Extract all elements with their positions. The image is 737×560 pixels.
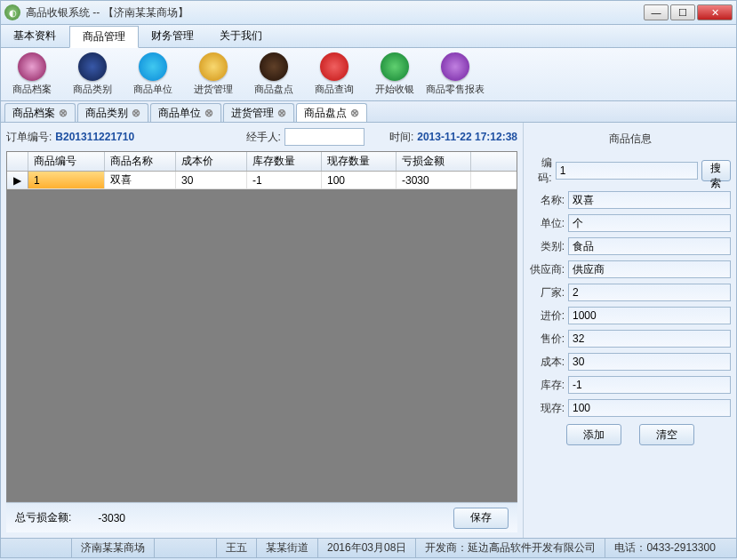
supplier-input[interactable] [568, 260, 731, 278]
table-row[interactable]: ▶ 1 双喜 30 -1 100 -3030 [7, 172, 517, 189]
status-store: 济南某某商场 [72, 539, 155, 557]
order-id-value: B201311221710 [55, 131, 134, 143]
handler-label: 经手人: [246, 130, 281, 145]
tool-retail-report[interactable]: 商品零售报表 [431, 52, 479, 97]
stock-input[interactable] [568, 376, 731, 394]
sale-input[interactable] [568, 330, 731, 348]
unit-input[interactable] [568, 214, 731, 232]
cost-label: 成本: [529, 355, 568, 370]
close-icon[interactable]: ⊗ [59, 107, 68, 119]
order-id-label: 订单编号: [6, 130, 52, 145]
tool-query[interactable]: 商品查询 [310, 52, 358, 97]
status-street: 某某街道 [257, 539, 318, 557]
grid-header: 商品编号 商品名称 成本价 库存数量 现存数量 亏损金额 [7, 152, 517, 172]
sale-label: 售价: [529, 332, 568, 347]
category-label: 类别: [529, 239, 568, 254]
subtab-archive[interactable]: 商品档案⊗ [4, 103, 76, 122]
supplier-label: 供应商: [529, 262, 568, 277]
totals-bar: 总亏损金额: -3030 保存 [6, 502, 517, 532]
subtab-purchase[interactable]: 进货管理⊗ [223, 103, 294, 122]
col-cost[interactable]: 成本价 [176, 152, 247, 171]
maximize-button[interactable]: ☐ [670, 4, 695, 20]
purchase-icon [199, 52, 228, 81]
stock-label: 库存: [529, 378, 568, 393]
cell-name: 双喜 [105, 172, 176, 188]
window-title: 高品收银系统 -- 【济南某某商场】 [26, 5, 644, 20]
category-input[interactable] [568, 237, 731, 255]
query-icon [320, 52, 348, 81]
unit-icon [139, 52, 167, 81]
detail-title: 商品信息 [529, 128, 731, 156]
subtab-unit[interactable]: 商品单位⊗ [150, 103, 221, 122]
archive-icon [18, 52, 46, 81]
detail-pane: 商品信息 编码:搜索 名称: 单位: 类别: 供应商: 厂家: 进价: 售价: … [523, 123, 736, 538]
tool-start-pos[interactable]: 开始收银 [371, 52, 419, 97]
left-pane: 订单编号: B201311221710 经手人: 时间: 2013-11-22 … [1, 123, 523, 538]
col-code[interactable]: 商品编号 [28, 152, 105, 171]
tool-product-category[interactable]: 商品类别 [68, 52, 116, 97]
row-indicator-icon: ▶ [7, 172, 28, 188]
subtabs: 商品档案⊗ 商品类别⊗ 商品单位⊗ 进货管理⊗ 商品盘点⊗ [0, 101, 737, 123]
tool-product-unit[interactable]: 商品单位 [129, 52, 177, 97]
purchase-label: 进价: [529, 308, 568, 324]
status-tel: 电话：0433-2913300 [605, 539, 724, 557]
report-icon [441, 52, 469, 81]
close-icon[interactable]: ⊗ [350, 107, 359, 119]
name-input[interactable] [568, 191, 731, 209]
col-indicator [7, 152, 28, 171]
search-button[interactable]: 搜索 [701, 160, 731, 181]
titlebar: ◐ 高品收银系统 -- 【济南某某商场】 — ☐ ✕ [0, 0, 737, 25]
minimize-button[interactable]: — [644, 4, 669, 20]
menubar: 基本资料 商品管理 财务管理 关于我们 [0, 25, 737, 48]
tool-purchase[interactable]: 进货管理 [189, 52, 237, 97]
menu-product-mgmt[interactable]: 商品管理 [69, 26, 139, 48]
close-icon[interactable]: ⊗ [204, 107, 213, 119]
cell-stock: -1 [247, 172, 322, 188]
col-loss[interactable]: 亏损金额 [397, 152, 471, 171]
name-label: 名称: [529, 193, 568, 208]
app-icon: ◐ [4, 4, 20, 20]
code-label: 编码: [529, 156, 556, 186]
total-loss-value: -3030 [98, 512, 125, 524]
cell-loss: -3030 [397, 172, 471, 188]
handler-input[interactable] [284, 128, 364, 146]
close-button[interactable]: ✕ [697, 4, 733, 20]
subtab-category[interactable]: 商品类别⊗ [77, 103, 148, 122]
time-label: 时间: [389, 130, 413, 145]
pos-icon [381, 52, 409, 81]
total-loss-label: 总亏损金额: [15, 510, 71, 525]
menu-about[interactable]: 关于我们 [207, 25, 276, 47]
purchase-input[interactable] [568, 307, 731, 324]
time-value: 2013-11-22 17:12:38 [417, 131, 517, 143]
cost-input[interactable] [568, 353, 731, 371]
current-label: 现存: [529, 401, 568, 416]
status-dev: 开发商：延边高品软件开发有限公司 [416, 539, 605, 557]
cell-cost: 30 [176, 172, 247, 188]
tool-product-archive[interactable]: 商品档案 [8, 52, 56, 97]
col-stock[interactable]: 库存数量 [247, 152, 322, 171]
toolbar: 商品档案 商品类别 商品单位 进货管理 商品盘点 商品查询 开始收银 商品零售报… [0, 48, 737, 101]
col-current[interactable]: 现存数量 [322, 152, 397, 171]
factory-label: 厂家: [529, 285, 568, 300]
menu-basic-info[interactable]: 基本资料 [1, 25, 69, 47]
clear-button[interactable]: 清空 [639, 424, 694, 445]
add-button[interactable]: 添加 [566, 424, 621, 445]
cell-code: 1 [28, 172, 105, 188]
tool-inventory[interactable]: 商品盘点 [250, 52, 298, 97]
close-icon[interactable]: ⊗ [277, 107, 286, 119]
inventory-icon [260, 52, 288, 81]
subtab-inventory[interactable]: 商品盘点⊗ [296, 103, 367, 122]
status-date: 2016年03月08日 [318, 539, 416, 557]
category-icon [78, 52, 107, 81]
close-icon[interactable]: ⊗ [132, 107, 140, 119]
statusbar: 济南某某商场 王五 某某街道 2016年03月08日 开发商：延边高品软件开发有… [0, 539, 737, 558]
save-button[interactable]: 保存 [453, 508, 509, 529]
unit-label: 单位: [529, 216, 568, 231]
current-input[interactable] [568, 399, 731, 417]
data-grid[interactable]: 商品编号 商品名称 成本价 库存数量 现存数量 亏损金额 ▶ 1 双喜 30 -… [6, 151, 517, 502]
col-name[interactable]: 商品名称 [105, 152, 176, 171]
menu-finance[interactable]: 财务管理 [139, 25, 207, 47]
status-user: 王五 [217, 539, 257, 557]
factory-input[interactable] [568, 284, 731, 301]
code-input[interactable] [556, 162, 698, 180]
